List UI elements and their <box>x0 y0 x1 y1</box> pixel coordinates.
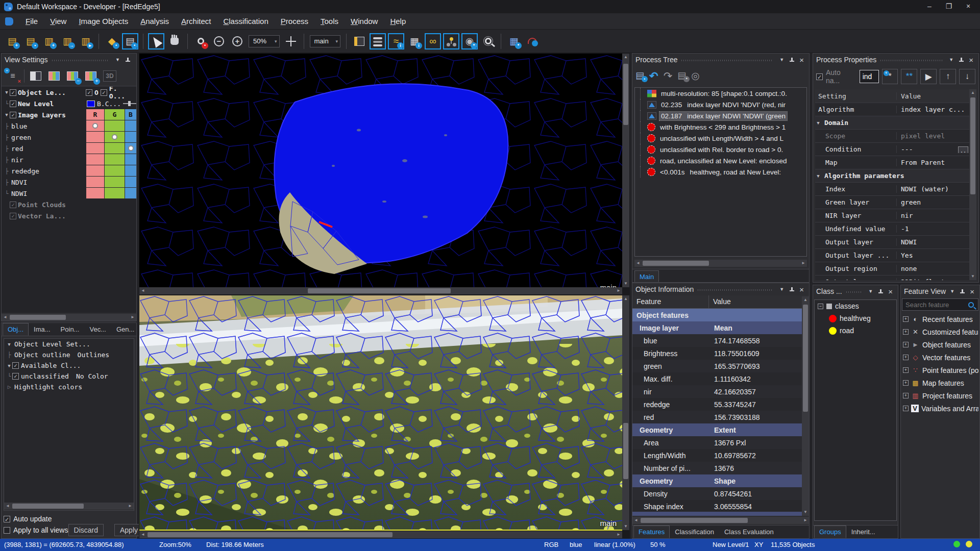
tab-ima[interactable]: Ima... <box>29 323 56 336</box>
menu-image-objects[interactable]: Image Objects <box>72 14 134 28</box>
checkbox-icon[interactable]: ✓ <box>86 89 92 96</box>
layer-row-ndwi[interactable]: └NDWI <box>2 188 136 199</box>
transparency-slider[interactable] <box>123 103 136 104</box>
setting-row[interactable]: Output regionnone <box>815 262 969 276</box>
pixel-view-eye-icon[interactable]: ◉* <box>461 33 478 49</box>
layer-row-blue[interactable]: ├blue <box>2 120 136 132</box>
tree-row-object-level-set[interactable]: ▼Object Level Set... <box>4 339 134 349</box>
panel-close-icon[interactable]: × <box>797 286 806 293</box>
search-input[interactable] <box>902 300 968 309</box>
panel-menu-icon[interactable]: ▼ <box>946 57 956 62</box>
restore-button[interactable]: ❐ <box>940 2 958 12</box>
setting-row[interactable]: MapFrom Parent <box>815 156 969 169</box>
auto-update-checkbox[interactable]: ✓ Auto update <box>4 513 136 524</box>
channel-cell-g[interactable] <box>104 177 125 188</box>
object-info-vscrollbar[interactable]: ▲▼ <box>802 296 809 516</box>
process-row[interactable]: 02.235index layer NDVI 'NDVI' (red, nir <box>635 99 806 110</box>
setting-row[interactable]: Undefined value-1 <box>815 222 969 236</box>
menu-analysis[interactable]: Analysis <box>134 14 175 28</box>
algorithm-settings-icon[interactable]: ** <box>901 69 917 84</box>
checkbox-icon[interactable]: ✓ <box>10 101 16 107</box>
redo-icon[interactable]: ↷ <box>664 70 673 81</box>
checkbox-icon[interactable]: ✓ <box>10 213 16 219</box>
new-workspace-icon[interactable]: ▤+ <box>4 33 20 49</box>
minimize-button[interactable]: – <box>921 2 938 12</box>
expander-icon[interactable]: ▼ <box>815 173 821 179</box>
move-up-button[interactable]: ↑ <box>940 69 956 84</box>
process-row[interactable]: road, unclassified at New Level: enclose… <box>635 155 806 166</box>
panel-menu-icon[interactable]: ▼ <box>113 57 122 62</box>
channel-cell-r[interactable] <box>86 188 104 199</box>
panel-menu-icon[interactable]: ▼ <box>777 287 787 292</box>
channel-cell-b[interactable] <box>125 154 136 165</box>
tab-vec[interactable]: Vec... <box>84 323 111 336</box>
expand-icon[interactable]: + <box>903 316 909 322</box>
setting-row[interactable]: Green layergreen <box>815 196 969 209</box>
object-feature-row[interactable]: Brightness118.75501609 <box>632 347 802 360</box>
zoom-level-combo[interactable]: 50%▾ <box>249 35 280 47</box>
channel-cell-r[interactable] <box>86 132 104 143</box>
feature-group-variables-and-arra[interactable]: +VVariables and Arra <box>902 402 978 415</box>
export-project-icon[interactable]: ▥→ <box>59 33 76 49</box>
level-color-swatch[interactable] <box>87 101 95 107</box>
object-feature-row[interactable]: Area13676 Pxl <box>632 436 802 449</box>
tab-inherit[interactable]: Inherit... <box>846 525 880 538</box>
expand-icon[interactable]: + <box>903 367 909 373</box>
view-classification-icon[interactable]: ≈i <box>388 33 404 49</box>
history-stack-icon[interactable]: ◆• <box>104 33 120 49</box>
tab-obj[interactable]: Obj... <box>3 323 29 336</box>
tree-row-image-layers[interactable]: ▼✓Image LayersRGB <box>2 109 136 120</box>
tree-row-point-clouds[interactable]: ✓Point Clouds <box>2 199 136 210</box>
add-project-icon[interactable]: ▥+ <box>41 33 57 49</box>
checkbox-icon[interactable]: ✓ <box>12 362 19 369</box>
panel-menu-icon[interactable]: ▼ <box>777 57 787 62</box>
object-feature-row[interactable]: Object features <box>632 309 802 321</box>
collapse-icon[interactable]: − <box>818 304 823 309</box>
channel-cell-b[interactable] <box>125 143 136 154</box>
object-feature-row[interactable]: red156.73903188 <box>632 411 802 423</box>
pin-icon[interactable] <box>789 57 795 63</box>
3d-view-button[interactable]: 3D <box>103 70 116 82</box>
pan-hand-tool-icon[interactable] <box>166 33 183 49</box>
tree-row-unclassified[interactable]: └✓unclassifiedNo Color <box>4 371 134 382</box>
pin-icon[interactable] <box>959 57 964 63</box>
setting-row[interactable]: Scopepixel level <box>815 130 969 143</box>
object-feature-row[interactable]: Density0.87454261 <box>632 487 802 500</box>
pin-icon[interactable] <box>960 289 965 294</box>
feature-group-vector-features[interactable]: +◇Vector features <box>902 351 978 364</box>
setting-row[interactable]: IndexNDWI (water) <box>815 183 969 196</box>
tree-row-object-outline[interactable]: ├Object outlineOutlines <box>4 349 134 360</box>
layer-row-red[interactable]: ├red <box>2 143 136 154</box>
remove-pane-icon[interactable]: − <box>65 69 80 83</box>
pin-icon[interactable] <box>789 287 795 292</box>
section-row[interactable]: ▼Algorithm parameters <box>815 169 969 183</box>
tab-class-evaluation[interactable]: Class Evaluation <box>719 525 779 538</box>
feature-group-project-features[interactable]: +▥Project features <box>902 389 978 402</box>
tab-poin[interactable]: Poin... <box>56 323 85 336</box>
panel-close-icon[interactable]: × <box>968 288 976 295</box>
obj-panel-hscrollbar[interactable]: ◄► <box>4 503 134 510</box>
map-select-combo[interactable]: main▾ <box>310 35 341 47</box>
segmentation-detail-image[interactable] <box>139 295 622 530</box>
channel-cell-b[interactable] <box>125 188 136 199</box>
menu-architect[interactable]: Architect <box>175 14 217 28</box>
setting-row[interactable]: NIR layernir <box>815 209 969 222</box>
process-properties-vscrollbar[interactable]: ▲▼ <box>969 89 976 280</box>
view-samples-icon[interactable]: ▦i <box>406 33 423 49</box>
execute-process-button[interactable]: ▶ <box>920 69 937 84</box>
split-view-icon[interactable] <box>351 33 368 49</box>
edit-condition-button[interactable]: .. <box>958 146 968 153</box>
edit-level-icon[interactable]: ≡ + × <box>5 69 20 83</box>
expand-icon[interactable]: + <box>903 380 909 386</box>
menu-tools[interactable]: Tools <box>314 14 345 28</box>
object-feature-row[interactable]: Number of pi...13676 <box>632 462 802 474</box>
expand-icon[interactable]: + <box>903 406 909 411</box>
layer-row-green[interactable]: ├green <box>2 132 136 143</box>
image-object-hierarchy-icon[interactable] <box>443 33 459 49</box>
panel-menu-icon[interactable]: ▼ <box>866 289 875 294</box>
checkbox-icon[interactable]: ✓ <box>10 202 16 208</box>
detail-hscrollbar[interactable]: ◄► <box>139 531 622 538</box>
setting-row[interactable]: Output l...32Bit float <box>815 276 969 280</box>
process-profile-icon[interactable]: ▤• <box>122 33 138 49</box>
process-row[interactable]: <0.001shealthveg, road at New Level: <box>635 166 806 178</box>
